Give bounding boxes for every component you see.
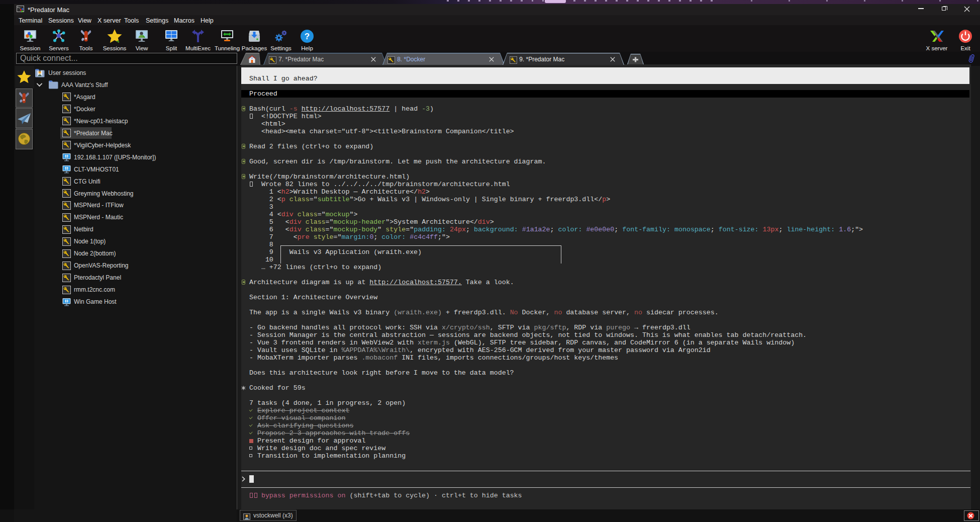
svg-text:?: ?	[305, 32, 310, 41]
